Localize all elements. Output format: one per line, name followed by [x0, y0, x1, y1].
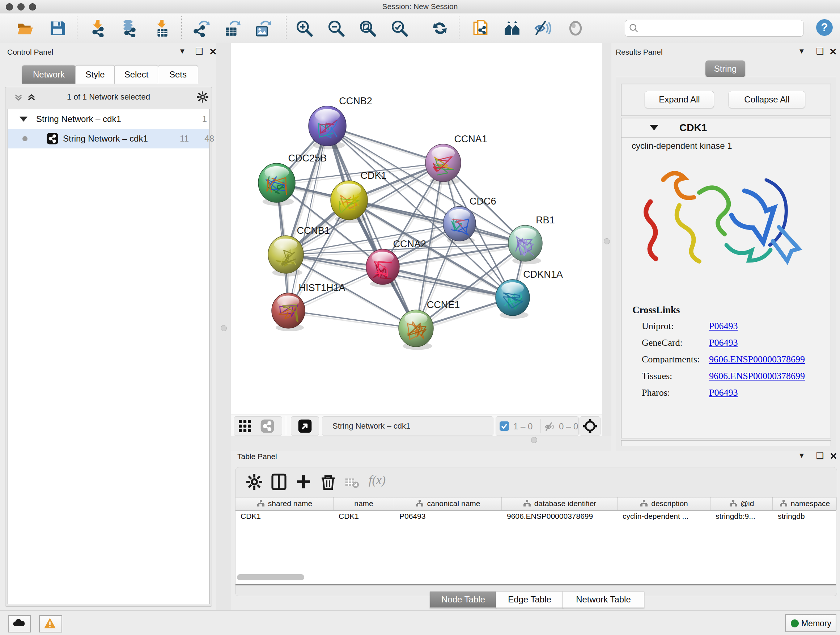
splitter-handle[interactable] — [221, 325, 227, 331]
network-edge[interactable] — [327, 126, 416, 328]
zoom-fit-icon[interactable] — [358, 19, 377, 37]
memory-button[interactable]: Memory — [785, 614, 836, 632]
close-panel-icon[interactable]: ✕ — [209, 46, 217, 57]
column-header-canonical-name[interactable]: canonical name — [394, 497, 502, 510]
hide-selected-icon[interactable] — [534, 19, 552, 37]
vertical-splitter[interactable] — [602, 43, 611, 451]
open-session-icon[interactable] — [16, 19, 34, 37]
float-panel-icon[interactable]: ❑ — [195, 46, 203, 57]
cell--id[interactable]: stringdb:9... — [711, 512, 773, 524]
column-header-name[interactable]: name — [333, 497, 394, 510]
network-view[interactable]: CCNB2CCNA1CDC25BCDK1CDC6RB1CCNB1CCNA2CDK… — [231, 43, 602, 415]
search-input[interactable] — [641, 22, 798, 34]
vertical-splitter[interactable] — [216, 43, 231, 610]
tab-select[interactable]: Select — [114, 65, 158, 84]
show-all-icon[interactable] — [567, 19, 584, 37]
hidden-counts: 0 – 0 — [559, 421, 578, 432]
network-graph[interactable]: CCNB2CCNA1CDC25BCDK1CDC6RB1CCNB1CCNA2CDK… — [231, 43, 602, 415]
tab-node-table[interactable]: Node Table — [430, 591, 497, 608]
network-node[interactable] — [268, 236, 303, 277]
birdseye-toggle-icon[interactable] — [298, 419, 312, 433]
close-panel-icon[interactable]: ✕ — [829, 451, 837, 462]
save-session-icon[interactable] — [49, 19, 66, 37]
close-panel-icon[interactable]: ✕ — [829, 46, 837, 57]
help-icon[interactable]: ? — [815, 19, 834, 36]
zoom-out-icon[interactable] — [327, 19, 345, 37]
chevron-down-icon[interactable] — [19, 117, 27, 122]
crosslink-link[interactable]: P06493 — [709, 387, 737, 398]
node-label: CCNB1 — [297, 225, 330, 236]
collapse-panel-icon[interactable]: ▼ — [798, 47, 805, 55]
refresh-icon[interactable] — [431, 19, 449, 37]
tab-edge-table[interactable]: Edge Table — [496, 591, 563, 608]
crosslink-link[interactable]: 9606.ENSP00000378699 — [709, 354, 805, 365]
show-columns-icon[interactable] — [270, 473, 287, 491]
network-node[interactable] — [258, 163, 295, 206]
cell-description[interactable]: cyclin-dependent ... — [617, 512, 711, 524]
column-header-description[interactable]: description — [617, 497, 711, 510]
expand-collapse-box: Expand All Collapse All — [621, 84, 831, 116]
import-network-from-database-icon[interactable] — [120, 19, 138, 37]
center-view-icon[interactable] — [583, 418, 598, 434]
tab-sets[interactable]: Sets — [158, 65, 198, 84]
collapse-all-button[interactable]: Collapse All — [729, 91, 805, 108]
network-view-icon[interactable] — [260, 419, 275, 433]
network-node[interactable] — [425, 144, 461, 185]
cell-namespace[interactable]: stringdb — [773, 512, 837, 524]
tab-network[interactable]: Network — [22, 65, 76, 84]
network-node[interactable] — [399, 310, 433, 350]
warning-button[interactable] — [39, 615, 62, 632]
hidden-eye-slash-icon[interactable] — [545, 421, 556, 432]
horizontal-scrollbar[interactable] — [237, 574, 304, 580]
network-tree: String Network – cdk1 1 String Network –… — [8, 109, 210, 604]
delete-column-icon[interactable] — [319, 473, 337, 491]
export-network-icon[interactable] — [192, 19, 210, 37]
tab-network-table[interactable]: Network Table — [562, 591, 644, 608]
tab-style[interactable]: Style — [75, 65, 115, 84]
add-column-icon[interactable] — [295, 473, 312, 491]
gear-icon[interactable] — [196, 91, 209, 103]
crosslink-link[interactable]: 9606.ENSP00000378699 — [709, 371, 805, 382]
network-node[interactable] — [309, 106, 346, 149]
gear-icon[interactable] — [246, 473, 263, 491]
cell-canonical-name[interactable]: P06493 — [394, 512, 502, 524]
network-node[interactable] — [508, 225, 542, 264]
import-network-icon[interactable] — [89, 19, 107, 37]
splitter-handle[interactable] — [604, 238, 610, 244]
grid-view-icon[interactable] — [238, 419, 252, 433]
chevron-down-icon[interactable] — [650, 125, 658, 130]
expand-all-button[interactable]: Expand All — [645, 91, 714, 108]
import-table-icon[interactable] — [153, 19, 171, 37]
network-node[interactable] — [272, 293, 305, 331]
network-node[interactable] — [331, 181, 368, 223]
cell-database-identifier[interactable]: 9606.ENSP00000378699 — [502, 512, 617, 524]
column-header-shared-name[interactable]: shared name — [235, 497, 333, 510]
cell-name[interactable]: CDK1 — [333, 512, 394, 524]
cloud-button[interactable] — [8, 615, 31, 632]
collapse-panel-icon[interactable]: ▼ — [798, 451, 805, 460]
float-panel-icon[interactable]: ❑ — [816, 451, 824, 461]
network-node[interactable] — [366, 249, 399, 287]
column-header-database-identifier[interactable]: database identifier — [502, 497, 617, 510]
cell-shared-name[interactable]: CDK1 — [235, 512, 333, 524]
export-image-icon[interactable] — [254, 19, 272, 37]
tab-string[interactable]: String — [706, 60, 745, 77]
zoom-selected-icon[interactable] — [390, 19, 409, 37]
network-node[interactable] — [496, 279, 530, 318]
clone-network-icon[interactable] — [472, 19, 491, 37]
node-details-header[interactable]: CDK1 — [622, 119, 831, 138]
float-panel-icon[interactable]: ❑ — [816, 46, 824, 57]
network-row[interactable]: String Network – cdk1 11 48 — [8, 129, 209, 149]
first-neighbors-icon[interactable] — [503, 19, 521, 37]
selected-checkbox-icon[interactable] — [500, 421, 509, 431]
column-header--id[interactable]: @id — [711, 497, 773, 510]
zoom-in-icon[interactable] — [295, 19, 313, 37]
column-header-namespace[interactable]: namespace — [773, 497, 837, 510]
collapse-panel-icon[interactable]: ▼ — [179, 47, 186, 55]
export-table-icon[interactable] — [223, 19, 241, 37]
network-collection-row[interactable]: String Network – cdk1 1 — [8, 109, 209, 129]
protein-structure-image — [636, 158, 817, 299]
crosslink-link[interactable]: P06493 — [709, 337, 737, 348]
splitter-handle[interactable] — [531, 437, 537, 443]
crosslink-link[interactable]: P06493 — [709, 321, 737, 332]
